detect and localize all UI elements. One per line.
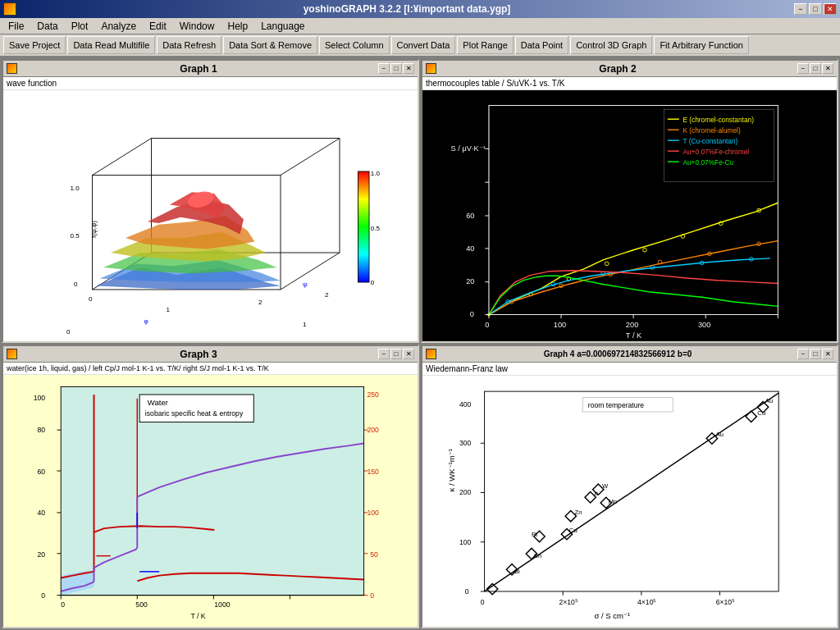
graph4-title: Graph 4 a=0.000697214832566912 b=0 bbox=[438, 349, 797, 358]
svg-text:100: 100 bbox=[34, 394, 46, 402]
graph2-canvas[interactable]: 0 100 200 300 T / K 0 20 40 60 S / μV·K⁻… bbox=[422, 90, 837, 341]
menu-plot[interactable]: Plot bbox=[65, 19, 95, 34]
svg-text:Pt: Pt bbox=[532, 531, 538, 538]
svg-text:σ / S cm⁻¹: σ / S cm⁻¹ bbox=[594, 611, 630, 620]
svg-text:Sn: Sn bbox=[534, 552, 541, 559]
svg-text:0: 0 bbox=[470, 310, 474, 318]
svg-text:0: 0 bbox=[89, 295, 93, 303]
svg-text:Mo: Mo bbox=[609, 498, 618, 505]
menu-language[interactable]: Language bbox=[254, 19, 311, 34]
svg-text:Ir: Ir bbox=[594, 490, 598, 497]
svg-text:E (chromel-constantan): E (chromel-constantan) bbox=[682, 116, 754, 124]
data-point-button[interactable]: Data Point bbox=[515, 36, 568, 54]
svg-text:2: 2 bbox=[258, 299, 262, 306]
graph4-controls: − □ ✕ bbox=[797, 349, 833, 359]
graph3-minimize[interactable]: − bbox=[378, 349, 390, 359]
svg-text:f(ψ,φ): f(ψ,φ) bbox=[90, 221, 98, 238]
svg-text:Cd: Cd bbox=[569, 527, 578, 534]
graph1-title: Graph 1 bbox=[19, 63, 378, 75]
graph1-maximize[interactable]: □ bbox=[390, 63, 402, 74]
svg-text:40: 40 bbox=[37, 509, 45, 517]
svg-text:200: 200 bbox=[367, 426, 379, 434]
svg-text:Cu: Cu bbox=[757, 409, 765, 417]
graph4-icon bbox=[426, 349, 436, 359]
svg-text:200: 200 bbox=[626, 321, 638, 329]
graph2-panel: Graph 2 − □ ✕ thermocouples table / S/uV… bbox=[421, 59, 838, 343]
menu-bar: File Data Plot Analyze Edit Window Help … bbox=[0, 18, 840, 34]
svg-text:150: 150 bbox=[367, 468, 379, 476]
menu-data[interactable]: Data bbox=[30, 19, 64, 34]
svg-text:50: 50 bbox=[370, 550, 378, 559]
plot-range-button[interactable]: Plot Range bbox=[457, 36, 513, 54]
graph2-close[interactable]: ✕ bbox=[822, 63, 833, 74]
svg-text:T (Cu-constantan): T (Cu-constantan) bbox=[682, 137, 737, 145]
graph3-canvas[interactable]: Water isobaric specific heat & entropy C… bbox=[3, 375, 418, 627]
convert-data-button[interactable]: Convert Data bbox=[391, 36, 456, 54]
svg-text:20: 20 bbox=[466, 277, 474, 285]
svg-text:60: 60 bbox=[466, 212, 474, 220]
svg-text:20: 20 bbox=[37, 550, 45, 559]
svg-text:200: 200 bbox=[459, 488, 472, 496]
svg-text:Au+0.07%Fe-Cu: Au+0.07%Fe-Cu bbox=[682, 158, 733, 167]
graph4-maximize[interactable]: □ bbox=[810, 349, 821, 359]
svg-text:400: 400 bbox=[459, 400, 472, 409]
svg-text:500: 500 bbox=[135, 600, 148, 609]
svg-text:T / K: T / K bbox=[191, 612, 206, 620]
svg-text:60: 60 bbox=[37, 468, 45, 476]
graph2-minimize[interactable]: − bbox=[797, 63, 809, 74]
title-bar: yoshinoGRAPH 3.2.2 [I:¥important data.yg… bbox=[0, 0, 840, 18]
data-sort-remove-button[interactable]: Data Sort & Remove bbox=[223, 36, 317, 54]
graph2-maximize[interactable]: □ bbox=[810, 63, 821, 74]
svg-text:ψ: ψ bbox=[303, 281, 308, 288]
svg-text:4×10⁵: 4×10⁵ bbox=[637, 598, 656, 606]
svg-text:0.5: 0.5 bbox=[71, 232, 80, 240]
app-icon bbox=[3, 2, 16, 16]
svg-text:1: 1 bbox=[303, 321, 307, 328]
svg-text:40: 40 bbox=[466, 244, 474, 253]
minimize-button[interactable]: − bbox=[794, 3, 807, 15]
graph4-minimize[interactable]: − bbox=[797, 349, 809, 359]
data-refresh-button[interactable]: Data Refresh bbox=[157, 36, 221, 54]
graph1-icon bbox=[7, 63, 17, 74]
graph2-icon bbox=[426, 63, 436, 74]
fit-arbitrary-function-button[interactable]: Fit Arbitrary Function bbox=[654, 36, 748, 54]
menu-file[interactable]: File bbox=[2, 19, 30, 34]
select-column-button[interactable]: Select Column bbox=[319, 36, 390, 54]
svg-text:W: W bbox=[602, 482, 609, 490]
svg-text:Zn: Zn bbox=[575, 509, 582, 516]
graph4-close[interactable]: ✕ bbox=[822, 349, 833, 359]
main-content: Graph 1 − □ ✕ wave function f(ψ,φ) 0 1 2 bbox=[0, 57, 840, 630]
graph2-controls: − □ ✕ bbox=[797, 63, 833, 74]
graph1-minimize[interactable]: − bbox=[378, 63, 390, 74]
close-button[interactable]: ✕ bbox=[824, 3, 837, 15]
menu-analyze[interactable]: Analyze bbox=[94, 19, 143, 34]
svg-text:6×10⁵: 6×10⁵ bbox=[716, 598, 735, 606]
graph1-close[interactable]: ✕ bbox=[403, 63, 414, 74]
svg-text:Au: Au bbox=[716, 431, 724, 438]
svg-text:1: 1 bbox=[167, 306, 171, 313]
svg-text:K (chromel-alumel): K (chromel-alumel) bbox=[682, 126, 741, 135]
control-3d-graph-button[interactable]: Control 3D Graph bbox=[570, 36, 652, 54]
data-read-multifile-button[interactable]: Data Read Multifile bbox=[67, 36, 155, 54]
svg-text:1.0: 1.0 bbox=[71, 185, 80, 192]
menu-help[interactable]: Help bbox=[221, 19, 254, 34]
svg-text:room temperature: room temperature bbox=[588, 401, 645, 409]
maximize-button[interactable]: □ bbox=[809, 3, 822, 15]
graph1-canvas[interactable]: f(ψ,φ) 0 1 2 1.0 0.5 0 bbox=[3, 90, 418, 341]
svg-rect-22 bbox=[358, 171, 370, 282]
menu-edit[interactable]: Edit bbox=[143, 19, 173, 34]
graph3-titlebar: Graph 3 − □ ✕ bbox=[3, 346, 418, 363]
svg-text:S / μV·K⁻¹: S / μV·K⁻¹ bbox=[451, 144, 486, 153]
graph3-controls: − □ ✕ bbox=[378, 349, 414, 359]
menu-window[interactable]: Window bbox=[173, 19, 221, 34]
window-controls: − □ ✕ bbox=[794, 3, 837, 15]
graph3-maximize[interactable]: □ bbox=[390, 349, 402, 359]
save-project-button[interactable]: Save Project bbox=[3, 36, 66, 54]
svg-text:250: 250 bbox=[367, 390, 379, 399]
graph4-canvas[interactable]: κ / WK⁻¹m⁻¹ 0 100 200 300 400 0 2×10⁵ 4×… bbox=[422, 376, 837, 627]
graph3-title: Graph 3 bbox=[19, 349, 378, 360]
svg-text:1000: 1000 bbox=[214, 600, 230, 609]
svg-text:0: 0 bbox=[465, 587, 469, 596]
graph3-close[interactable]: ✕ bbox=[403, 349, 414, 359]
graph1-titlebar: Graph 1 − □ ✕ bbox=[3, 61, 418, 77]
